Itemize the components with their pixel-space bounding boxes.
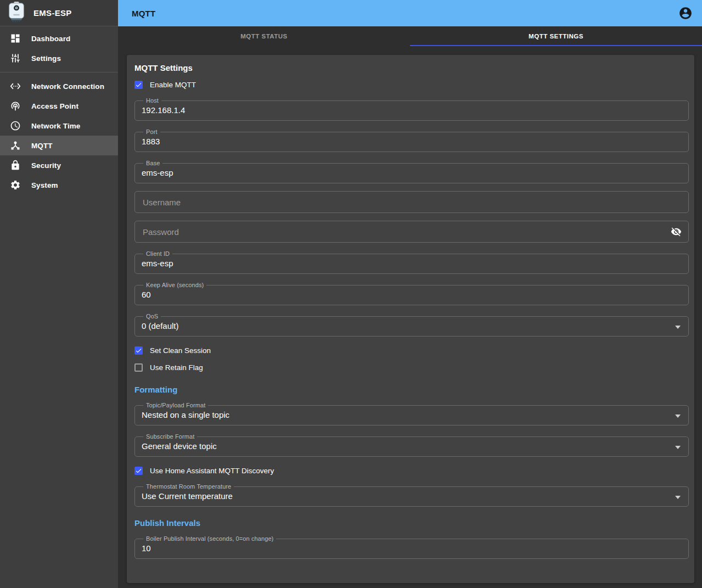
subscribe-format-select[interactable]: Subscribe Format General device topic — [134, 433, 689, 457]
app-title: EMS-ESP — [33, 8, 72, 18]
page-title: MQTT — [132, 9, 678, 18]
dropdown-caret-icon — [675, 496, 681, 499]
checkbox-checked-icon — [134, 467, 143, 475]
tabbar: MQTT STATUS MQTT SETTINGS — [118, 26, 702, 46]
tab-indicator — [410, 45, 702, 46]
formatting-section-heading: Formatting — [134, 384, 689, 395]
toggle-password-visibility-button[interactable] — [669, 225, 683, 239]
settings-card: MQTT Settings Enable MQTT Host 192.168.1… — [127, 55, 694, 583]
sidebar-nav: Dashboard Settings Network Connection Ac… — [0, 26, 118, 195]
content-area: MQTT Settings Enable MQTT Host 192.168.1… — [118, 46, 702, 588]
port-field[interactable]: Port 1883 — [134, 128, 689, 152]
sidebar-item-network-connection[interactable]: Network Connection — [0, 76, 118, 96]
dashboard-icon — [10, 33, 21, 44]
gear-icon — [10, 180, 21, 191]
topic-payload-format-select[interactable]: Topic/Payload Format Nested on a single … — [134, 402, 689, 425]
main-column: MQTT MQTT STATUS MQTT SETTINGS MQTT Sett… — [118, 0, 702, 588]
tab-mqtt-settings[interactable]: MQTT SETTINGS — [410, 26, 702, 46]
dropdown-caret-icon — [675, 446, 681, 449]
tab-mqtt-status[interactable]: MQTT STATUS — [118, 26, 410, 46]
sidebar-item-network-time[interactable]: Network Time — [0, 116, 118, 136]
host-field[interactable]: Host 192.168.1.4 — [134, 97, 689, 121]
dropdown-caret-icon — [675, 326, 681, 329]
sidebar-item-access-point[interactable]: Access Point — [0, 96, 118, 116]
wifi-tethering-icon — [10, 100, 21, 111]
sidebar-item-settings[interactable]: Settings — [0, 48, 118, 68]
dropdown-caret-icon — [675, 415, 681, 418]
boiler-publish-interval-field[interactable]: Boiler Publish Interval (seconds, 0=on c… — [134, 535, 689, 559]
visibility-off-icon — [671, 226, 682, 237]
tune-icon — [10, 53, 21, 64]
keep-alive-field[interactable]: Keep Alive (seconds) 60 — [134, 282, 689, 305]
publish-intervals-section-heading: Publish Intervals — [134, 518, 689, 529]
account-button[interactable] — [678, 5, 693, 21]
sidebar-header: EMS-ESP — [0, 0, 118, 26]
sidebar-item-system[interactable]: System — [0, 175, 118, 195]
lock-icon — [10, 160, 21, 171]
sidebar-divider — [0, 72, 118, 72]
sidebar-item-dashboard[interactable]: Dashboard — [0, 29, 118, 48]
clock-icon — [10, 120, 21, 131]
thermostat-room-temperature-select[interactable]: Thermostat Room Temperature Use Current … — [134, 483, 689, 507]
appbar: MQTT — [118, 0, 702, 26]
password-field[interactable]: Password — [134, 221, 689, 243]
sidebar-item-security[interactable]: Security — [0, 155, 118, 175]
app-logo-icon — [7, 2, 26, 25]
card-heading: MQTT Settings — [134, 63, 689, 74]
enable-mqtt-checkbox[interactable]: Enable MQTT — [134, 79, 689, 91]
set-clean-session-checkbox[interactable]: Set Clean Session — [134, 344, 689, 356]
settings-ethernet-icon — [10, 81, 21, 92]
sidebar: EMS-ESP Dashboard Settings Network Conne… — [0, 0, 118, 588]
checkbox-checked-icon — [134, 346, 143, 355]
sidebar-item-mqtt[interactable]: MQTT — [0, 136, 118, 155]
device-hub-icon — [10, 140, 21, 151]
account-circle-icon — [678, 6, 693, 20]
checkbox-checked-icon — [134, 81, 143, 89]
ha-mqtt-discovery-checkbox[interactable]: Use Home Assistant MQTT Discovery — [134, 464, 689, 477]
base-field[interactable]: Base ems-esp — [134, 160, 689, 183]
use-retain-flag-checkbox[interactable]: Use Retain Flag — [134, 361, 689, 373]
client-id-field[interactable]: Client ID ems-esp — [134, 250, 689, 274]
checkbox-unchecked-icon — [134, 363, 143, 372]
username-field[interactable]: Username — [134, 191, 689, 213]
qos-select[interactable]: QoS 0 (default) — [134, 313, 689, 337]
